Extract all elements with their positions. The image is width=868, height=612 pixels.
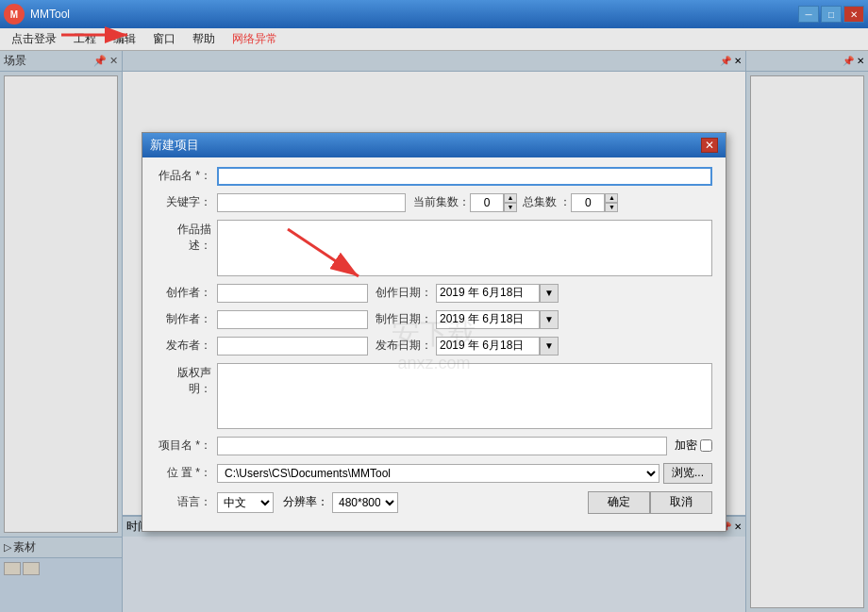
dialog-title: 新建项目 bbox=[150, 137, 199, 154]
producer-label: 制作者： bbox=[156, 311, 217, 327]
current-episodes-label: 当前集数： bbox=[413, 194, 470, 210]
main-area: 场景 📌 ✕ ▷ 素材 bbox=[0, 51, 868, 612]
title-bar: M MMTool ─ □ ✕ bbox=[0, 0, 868, 28]
current-episodes-input[interactable] bbox=[470, 193, 504, 212]
encrypt-checkbox[interactable] bbox=[700, 439, 712, 452]
location-row: 位 置 *： C:\Users\CS\Documents\MMTool 浏览..… bbox=[156, 463, 712, 484]
description-label: 作品描述： bbox=[156, 220, 217, 254]
project-name-row: 项目名 *： 加密 bbox=[156, 437, 712, 455]
menu-item-network[interactable]: 网络异常 bbox=[225, 29, 285, 49]
work-name-input[interactable] bbox=[217, 167, 712, 186]
menu-item-login[interactable]: 点击登录 bbox=[4, 29, 64, 49]
producer-row: 制作者： 制作日期： ▼ bbox=[156, 310, 712, 329]
browse-button[interactable]: 浏览... bbox=[663, 463, 712, 484]
dialog-content: 安下载 anxz.com 作品名 *： 关键字： 当前集数： bbox=[142, 157, 726, 531]
app-logo: M bbox=[4, 4, 25, 25]
language-select[interactable]: 中文 bbox=[217, 492, 274, 513]
copyright-label: 版权声明： bbox=[156, 363, 217, 397]
publisher-input[interactable] bbox=[217, 337, 368, 356]
minimize-button[interactable]: ─ bbox=[798, 6, 819, 23]
creator-input[interactable] bbox=[217, 284, 368, 303]
creator-row: 创作者： 创作日期： ▼ bbox=[156, 284, 712, 303]
publish-date-label: 发布日期： bbox=[376, 338, 432, 354]
total-episodes-input[interactable] bbox=[571, 193, 605, 212]
keyword-input[interactable] bbox=[217, 193, 406, 212]
current-episodes-down[interactable]: ▼ bbox=[504, 203, 517, 212]
create-date-picker[interactable]: ▼ bbox=[540, 284, 559, 303]
location-select[interactable]: C:\Users\CS\Documents\MMTool bbox=[217, 464, 659, 483]
publish-date-input[interactable] bbox=[436, 337, 540, 356]
description-row: 作品描述： bbox=[156, 220, 712, 276]
language-row: 语言： 中文 分辨率： 480*800 确定 取消 bbox=[156, 491, 712, 514]
produce-date-label: 制作日期： bbox=[376, 311, 432, 327]
cancel-button[interactable]: 取消 bbox=[650, 491, 712, 514]
copyright-row: 版权声明： bbox=[156, 363, 712, 429]
maximize-button[interactable]: □ bbox=[821, 6, 842, 23]
confirm-button[interactable]: 确定 bbox=[588, 491, 650, 514]
language-label: 语言： bbox=[156, 494, 217, 510]
encrypt-label: 加密 bbox=[675, 438, 697, 454]
total-episodes-up[interactable]: ▲ bbox=[605, 193, 618, 203]
producer-input[interactable] bbox=[217, 310, 368, 329]
keyword-label: 关键字： bbox=[156, 194, 217, 210]
total-episodes-label: 总集数 ： bbox=[523, 194, 571, 210]
resolution-label: 分辨率： bbox=[283, 494, 328, 510]
publisher-row: 发布者： 发布日期： ▼ bbox=[156, 337, 712, 356]
create-date-label: 创作日期： bbox=[376, 285, 432, 301]
work-name-label: 作品名 *： bbox=[156, 168, 217, 184]
resolution-select[interactable]: 480*800 bbox=[332, 492, 398, 513]
menu-item-edit[interactable]: 编辑 bbox=[106, 29, 143, 49]
current-episodes-spinner: ▲ ▼ bbox=[504, 193, 517, 212]
current-episodes-up[interactable]: ▲ bbox=[504, 193, 517, 203]
close-button[interactable]: ✕ bbox=[843, 6, 864, 23]
produce-date-input[interactable] bbox=[436, 310, 540, 329]
total-episodes-down[interactable]: ▼ bbox=[605, 203, 618, 212]
new-project-dialog: 新建项目 ✕ 安下载 anxz.com 作品名 *： bbox=[142, 132, 726, 532]
create-date-input[interactable] bbox=[436, 284, 540, 303]
panel-layer: 场景 📌 ✕ ▷ 素材 bbox=[0, 51, 868, 612]
window-controls: ─ □ ✕ bbox=[798, 6, 864, 23]
dialog-overlay: 新建项目 ✕ 安下载 anxz.com 作品名 *： bbox=[0, 51, 868, 612]
copyright-input[interactable] bbox=[217, 363, 712, 429]
produce-date-picker[interactable]: ▼ bbox=[540, 310, 559, 329]
work-name-row: 作品名 *： bbox=[156, 167, 712, 186]
project-name-input[interactable] bbox=[217, 437, 667, 455]
location-label: 位 置 *： bbox=[156, 465, 217, 481]
creator-label: 创作者： bbox=[156, 285, 217, 301]
publisher-label: 发布者： bbox=[156, 338, 217, 354]
logo-text: M bbox=[10, 9, 18, 20]
publish-date-picker[interactable]: ▼ bbox=[540, 337, 559, 356]
menu-item-project[interactable]: 工程 bbox=[66, 29, 104, 49]
menu-item-window[interactable]: 窗口 bbox=[145, 29, 183, 49]
description-input[interactable] bbox=[217, 220, 712, 276]
dialog-title-bar: 新建项目 ✕ bbox=[142, 133, 726, 157]
menu-item-help[interactable]: 帮助 bbox=[185, 29, 223, 49]
app-title: MMTool bbox=[30, 8, 70, 21]
project-name-label: 项目名 *： bbox=[156, 438, 217, 454]
total-episodes-spinner: ▲ ▼ bbox=[605, 193, 618, 212]
keyword-row: 关键字： 当前集数： ▲ ▼ 总集数 ： ▲ ▼ bbox=[156, 193, 712, 212]
dialog-close-button[interactable]: ✕ bbox=[701, 138, 718, 153]
menu-bar: 点击登录 工程 编辑 窗口 帮助 网络异常 bbox=[0, 28, 868, 51]
